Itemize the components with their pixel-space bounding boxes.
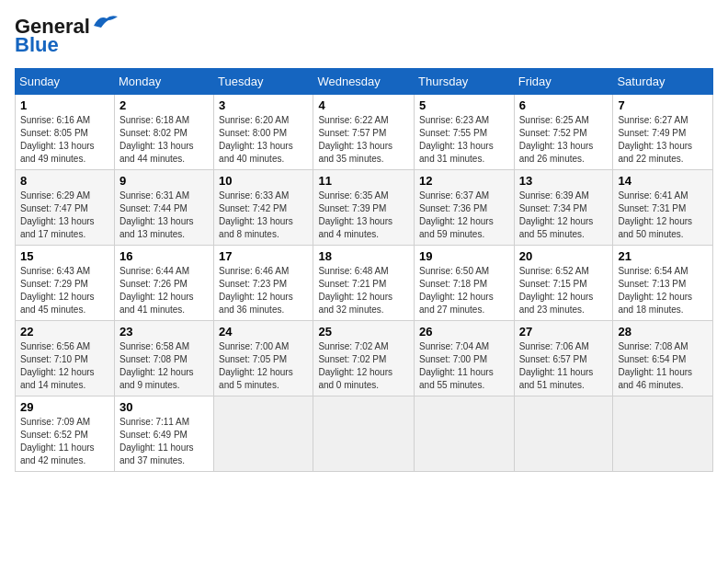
calendar-week-row: 1 Sunrise: 6:16 AM Sunset: 8:05 PM Dayli… — [16, 95, 713, 170]
calendar-week-row: 8 Sunrise: 6:29 AM Sunset: 7:47 PM Dayli… — [16, 170, 713, 246]
page-header: General Blue — [15, 15, 713, 57]
weekday-header-monday: Monday — [114, 69, 213, 95]
calendar-body: 1 Sunrise: 6:16 AM Sunset: 8:05 PM Dayli… — [16, 95, 713, 472]
day-number: 29 — [20, 400, 109, 414]
day-number: 27 — [519, 325, 609, 339]
day-info: Sunrise: 6:35 AM Sunset: 7:39 PM Dayligh… — [318, 190, 409, 241]
day-info: Sunrise: 7:11 AM Sunset: 6:49 PM Dayligh… — [119, 416, 209, 467]
calendar-day-cell — [214, 396, 313, 472]
day-number: 3 — [219, 98, 308, 112]
calendar-day-cell: 8 Sunrise: 6:29 AM Sunset: 7:47 PM Dayli… — [16, 170, 115, 246]
day-info: Sunrise: 7:09 AM Sunset: 6:52 PM Dayligh… — [20, 416, 109, 467]
day-number: 30 — [119, 400, 209, 414]
day-info: Sunrise: 6:31 AM Sunset: 7:44 PM Dayligh… — [119, 190, 209, 241]
weekday-header-friday: Friday — [514, 69, 613, 95]
day-info: Sunrise: 7:00 AM Sunset: 7:05 PM Dayligh… — [219, 340, 308, 392]
calendar-day-cell: 16 Sunrise: 6:44 AM Sunset: 7:26 PM Dayl… — [114, 246, 213, 321]
day-number: 12 — [419, 174, 509, 188]
calendar-day-cell — [514, 396, 613, 472]
weekday-header-wednesday: Wednesday — [313, 69, 415, 95]
calendar-day-cell: 6 Sunrise: 6:25 AM Sunset: 7:52 PM Dayli… — [514, 95, 613, 170]
calendar-day-cell — [415, 396, 515, 472]
day-number: 21 — [618, 249, 708, 263]
day-info: Sunrise: 6:48 AM Sunset: 7:21 PM Dayligh… — [318, 265, 409, 316]
calendar-day-cell: 4 Sunrise: 6:22 AM Sunset: 7:57 PM Dayli… — [313, 95, 415, 170]
calendar-day-cell: 11 Sunrise: 6:35 AM Sunset: 7:39 PM Dayl… — [313, 170, 415, 246]
day-number: 17 — [219, 249, 308, 263]
day-info: Sunrise: 7:08 AM Sunset: 6:54 PM Dayligh… — [618, 340, 708, 392]
day-info: Sunrise: 6:20 AM Sunset: 8:00 PM Dayligh… — [219, 114, 308, 166]
weekday-header-tuesday: Tuesday — [214, 69, 313, 95]
day-info: Sunrise: 6:44 AM Sunset: 7:26 PM Dayligh… — [119, 265, 209, 316]
calendar-day-cell: 21 Sunrise: 6:54 AM Sunset: 7:13 PM Dayl… — [613, 246, 713, 321]
calendar-day-cell: 15 Sunrise: 6:43 AM Sunset: 7:29 PM Dayl… — [16, 246, 115, 321]
day-number: 25 — [318, 325, 409, 339]
weekday-header-thursday: Thursday — [415, 69, 515, 95]
day-info: Sunrise: 6:43 AM Sunset: 7:29 PM Dayligh… — [20, 265, 109, 316]
calendar-day-cell: 17 Sunrise: 6:46 AM Sunset: 7:23 PM Dayl… — [214, 246, 313, 321]
day-info: Sunrise: 6:58 AM Sunset: 7:08 PM Dayligh… — [119, 340, 209, 392]
day-info: Sunrise: 6:50 AM Sunset: 7:18 PM Dayligh… — [419, 265, 509, 316]
day-number: 8 — [20, 174, 109, 188]
calendar-day-cell: 9 Sunrise: 6:31 AM Sunset: 7:44 PM Dayli… — [114, 170, 213, 246]
day-number: 6 — [519, 98, 609, 112]
calendar-week-row: 29 Sunrise: 7:09 AM Sunset: 6:52 PM Dayl… — [16, 396, 713, 472]
day-number: 23 — [119, 325, 209, 339]
day-number: 9 — [119, 174, 209, 188]
day-info: Sunrise: 6:22 AM Sunset: 7:57 PM Dayligh… — [318, 114, 409, 166]
calendar-day-cell: 7 Sunrise: 6:27 AM Sunset: 7:49 PM Dayli… — [613, 95, 713, 170]
day-info: Sunrise: 6:29 AM Sunset: 7:47 PM Dayligh… — [20, 190, 109, 241]
calendar-day-cell: 22 Sunrise: 6:56 AM Sunset: 7:10 PM Dayl… — [16, 321, 115, 396]
day-info: Sunrise: 6:18 AM Sunset: 8:02 PM Dayligh… — [119, 114, 209, 166]
day-number: 13 — [519, 174, 609, 188]
calendar-day-cell: 28 Sunrise: 7:08 AM Sunset: 6:54 PM Dayl… — [613, 321, 713, 396]
calendar-day-cell: 10 Sunrise: 6:33 AM Sunset: 7:42 PM Dayl… — [214, 170, 313, 246]
calendar-day-cell: 25 Sunrise: 7:02 AM Sunset: 7:02 PM Dayl… — [313, 321, 415, 396]
day-number: 2 — [119, 98, 209, 112]
logo-bird-icon — [92, 13, 119, 33]
calendar-day-cell — [613, 396, 713, 472]
day-number: 4 — [318, 98, 409, 112]
day-info: Sunrise: 6:25 AM Sunset: 7:52 PM Dayligh… — [519, 114, 609, 166]
day-number: 26 — [419, 325, 509, 339]
day-number: 15 — [20, 249, 109, 263]
day-info: Sunrise: 7:06 AM Sunset: 6:57 PM Dayligh… — [519, 340, 609, 392]
day-info: Sunrise: 6:16 AM Sunset: 8:05 PM Dayligh… — [20, 114, 109, 166]
day-info: Sunrise: 6:39 AM Sunset: 7:34 PM Dayligh… — [519, 190, 609, 241]
day-info: Sunrise: 7:04 AM Sunset: 7:00 PM Dayligh… — [419, 340, 509, 392]
calendar-day-cell: 13 Sunrise: 6:39 AM Sunset: 7:34 PM Dayl… — [514, 170, 613, 246]
day-info: Sunrise: 6:56 AM Sunset: 7:10 PM Dayligh… — [20, 340, 109, 392]
day-number: 28 — [618, 325, 708, 339]
calendar-day-cell: 30 Sunrise: 7:11 AM Sunset: 6:49 PM Dayl… — [114, 396, 213, 472]
day-number: 22 — [20, 325, 109, 339]
day-info: Sunrise: 7:02 AM Sunset: 7:02 PM Dayligh… — [318, 340, 409, 392]
day-info: Sunrise: 6:46 AM Sunset: 7:23 PM Dayligh… — [219, 265, 308, 316]
calendar-day-cell: 1 Sunrise: 6:16 AM Sunset: 8:05 PM Dayli… — [16, 95, 115, 170]
calendar-day-cell: 12 Sunrise: 6:37 AM Sunset: 7:36 PM Dayl… — [415, 170, 515, 246]
day-info: Sunrise: 6:27 AM Sunset: 7:49 PM Dayligh… — [618, 114, 708, 166]
calendar-day-cell: 18 Sunrise: 6:48 AM Sunset: 7:21 PM Dayl… — [313, 246, 415, 321]
logo-blue: Blue — [15, 33, 59, 57]
day-number: 16 — [119, 249, 209, 263]
day-number: 19 — [419, 249, 509, 263]
calendar-day-cell: 27 Sunrise: 7:06 AM Sunset: 6:57 PM Dayl… — [514, 321, 613, 396]
day-info: Sunrise: 6:33 AM Sunset: 7:42 PM Dayligh… — [219, 190, 308, 241]
calendar-day-cell: 2 Sunrise: 6:18 AM Sunset: 8:02 PM Dayli… — [114, 95, 213, 170]
day-number: 18 — [318, 249, 409, 263]
day-info: Sunrise: 6:23 AM Sunset: 7:55 PM Dayligh… — [419, 114, 509, 166]
calendar-table: SundayMondayTuesdayWednesdayThursdayFrid… — [15, 68, 713, 472]
calendar-day-cell: 5 Sunrise: 6:23 AM Sunset: 7:55 PM Dayli… — [415, 95, 515, 170]
day-info: Sunrise: 6:41 AM Sunset: 7:31 PM Dayligh… — [618, 190, 708, 241]
day-number: 10 — [219, 174, 308, 188]
day-number: 5 — [419, 98, 509, 112]
calendar-day-cell: 29 Sunrise: 7:09 AM Sunset: 6:52 PM Dayl… — [16, 396, 115, 472]
calendar-day-cell — [313, 396, 415, 472]
calendar-week-row: 22 Sunrise: 6:56 AM Sunset: 7:10 PM Dayl… — [16, 321, 713, 396]
calendar-day-cell: 14 Sunrise: 6:41 AM Sunset: 7:31 PM Dayl… — [613, 170, 713, 246]
day-number: 7 — [618, 98, 708, 112]
weekday-header-sunday: Sunday — [16, 69, 115, 95]
day-info: Sunrise: 6:37 AM Sunset: 7:36 PM Dayligh… — [419, 190, 509, 241]
day-number: 11 — [318, 174, 409, 188]
calendar-day-cell: 3 Sunrise: 6:20 AM Sunset: 8:00 PM Dayli… — [214, 95, 313, 170]
day-number: 14 — [618, 174, 708, 188]
